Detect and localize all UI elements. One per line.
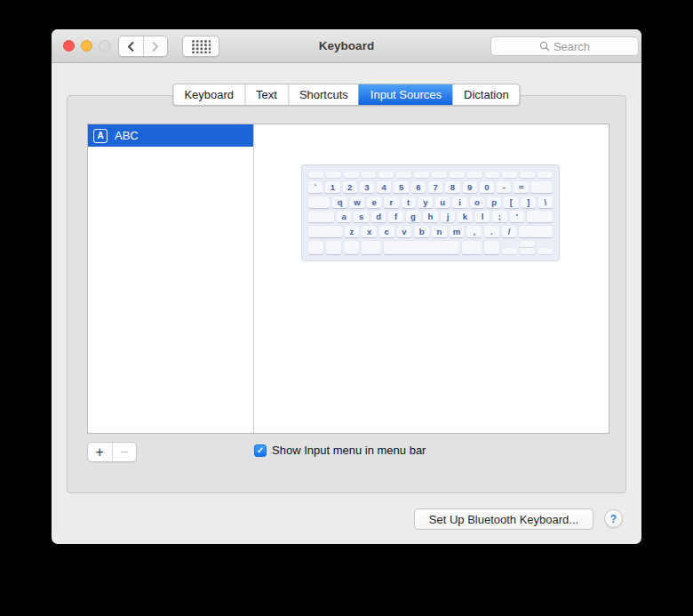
- key-j: j: [441, 211, 455, 222]
- key-h: h: [423, 211, 437, 222]
- blank-key: [538, 172, 553, 178]
- keyboard-preferences-window: Keyboard Search KeyboardTextShortcutsInp…: [52, 29, 641, 544]
- blank-key: [396, 172, 411, 178]
- key-\: \: [538, 196, 553, 208]
- blank-key: [326, 241, 341, 254]
- key-4: 4: [377, 181, 391, 193]
- search-input[interactable]: Search: [490, 36, 639, 56]
- blank-key: [384, 241, 460, 254]
- key-6: 6: [411, 181, 426, 193]
- blank-key: [485, 172, 500, 178]
- key-5: 5: [394, 181, 408, 193]
- show-input-menu-label: Show Input menu in menu bar: [272, 444, 426, 457]
- blank-key: [308, 196, 330, 208]
- key-3: 3: [360, 181, 374, 193]
- key-a: a: [337, 211, 351, 222]
- key-0: 0: [480, 181, 494, 193]
- content-panes: AABC `1234567890-=qwertyuiop[]\asdfghjkl…: [87, 124, 609, 434]
- key-c: c: [379, 226, 394, 237]
- blank-key: [362, 241, 380, 254]
- input-source-row[interactable]: AABC: [88, 124, 253, 147]
- keyboard-layout-preview: `1234567890-=qwertyuiop[]\asdfghjkl;'zxc…: [301, 164, 560, 261]
- key-8: 8: [445, 181, 459, 193]
- key-l: l: [475, 211, 490, 222]
- key-o: o: [470, 196, 484, 208]
- blank-key: [344, 172, 359, 178]
- key-=: =: [514, 181, 528, 193]
- key-x: x: [362, 226, 377, 237]
- keyboard-row: zxcvbnm,./: [308, 226, 553, 237]
- input-source-list: AABC: [88, 124, 609, 147]
- key-[: [: [504, 196, 518, 208]
- key-': ': [510, 211, 524, 222]
- show-input-menu-checkbox[interactable]: ✓: [254, 444, 267, 457]
- key-q: q: [332, 196, 346, 208]
- key-b: b: [414, 226, 429, 237]
- key-9: 9: [463, 181, 477, 193]
- blank-key: [308, 226, 342, 237]
- search-placeholder: Search: [554, 40, 590, 53]
- input-source-letter-icon: A: [93, 129, 108, 143]
- key-v: v: [397, 226, 412, 237]
- key-2: 2: [343, 181, 357, 193]
- blank-key: [502, 172, 517, 178]
- help-button[interactable]: ?: [604, 509, 623, 528]
- tab-keyboard[interactable]: Keyboard: [173, 84, 244, 105]
- key-r: r: [384, 196, 398, 208]
- input-sources-panel: AABC `1234567890-=qwertyuiop[]\asdfghjkl…: [67, 95, 626, 493]
- add-input-source-button[interactable]: +: [88, 443, 113, 461]
- tab-shortcuts[interactable]: Shortcuts: [288, 84, 359, 105]
- key-/: /: [502, 226, 517, 237]
- blank-key: [527, 211, 553, 222]
- blank-key: [531, 181, 553, 193]
- blank-key: [326, 172, 341, 178]
- arrow-updown-keys: [520, 241, 535, 254]
- show-input-menu-row: ✓ Show Input menu in menu bar: [254, 444, 426, 457]
- search-icon: [539, 41, 550, 52]
- title-bar[interactable]: Keyboard Search: [52, 29, 641, 63]
- key-.: .: [484, 226, 499, 237]
- setup-bluetooth-keyboard-button[interactable]: Set Up Bluetooth Keyboard...: [414, 508, 593, 530]
- key-f: f: [388, 211, 402, 222]
- key-d: d: [371, 211, 386, 222]
- pane-divider: [253, 124, 254, 433]
- arrow-right-key: [538, 248, 553, 254]
- key-p: p: [487, 196, 501, 208]
- keyboard-row: qwertyuiop[]\: [308, 196, 553, 208]
- input-source-label: ABC: [115, 129, 139, 142]
- blank-key: [308, 211, 334, 222]
- arrow-left-key: [502, 248, 517, 254]
- blank-key: [308, 241, 323, 254]
- key-t: t: [402, 196, 416, 208]
- key-w: w: [350, 196, 364, 208]
- add-remove-segmented-control: + −: [87, 442, 137, 462]
- blank-key: [308, 172, 323, 178]
- arrow-down-key: [520, 248, 535, 254]
- blank-key: [484, 241, 499, 254]
- key-,: ,: [466, 226, 482, 237]
- key-n: n: [432, 226, 447, 237]
- key-y: y: [418, 196, 433, 208]
- tab-dictation[interactable]: Dictation: [452, 84, 520, 105]
- key-z: z: [345, 226, 360, 237]
- blank-key: [519, 226, 553, 237]
- tab-input-sources[interactable]: Input Sources: [359, 84, 452, 105]
- blank-key: [344, 241, 359, 254]
- blank-key: [362, 172, 377, 178]
- key-`: `: [308, 181, 323, 193]
- keyboard-row: `1234567890-=: [308, 181, 553, 193]
- key-;: ;: [492, 211, 506, 222]
- key-m: m: [450, 226, 465, 237]
- key-k: k: [458, 211, 472, 222]
- arrow-up-key: [520, 241, 535, 247]
- key-s: s: [354, 211, 368, 222]
- blank-key: [462, 241, 481, 254]
- keyboard-row: [308, 241, 553, 254]
- blank-key: [467, 172, 482, 178]
- key-g: g: [406, 211, 420, 222]
- checkmark-icon: ✓: [257, 445, 264, 455]
- key--: -: [497, 181, 511, 193]
- tab-text[interactable]: Text: [244, 84, 288, 105]
- key-u: u: [435, 196, 450, 208]
- blank-key: [432, 172, 447, 178]
